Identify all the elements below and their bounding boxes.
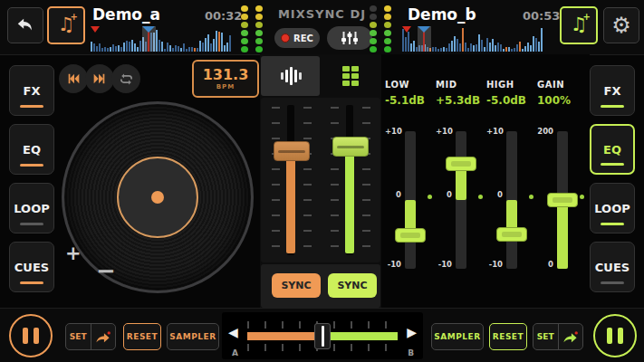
bpm-display[interactable]: 131.3 BPM (192, 60, 259, 98)
pitch-bend-minus-button[interactable]: − (96, 257, 116, 284)
eq-channel-value: 100% (537, 94, 588, 107)
scale-bottom: -10 (486, 260, 503, 269)
fader-ticks (331, 107, 339, 253)
sliders-icon (340, 31, 360, 45)
back-arrow-icon (15, 15, 35, 35)
deck-a-sync-button[interactable]: SYNC (272, 273, 321, 298)
deck-b-jump-cue-button[interactable] (559, 324, 583, 349)
skip-forward-button[interactable] (85, 64, 114, 93)
deck-a-reset-button[interactable]: RESET (123, 323, 161, 350)
deck-a-library-button[interactable]: ♫ + (47, 6, 85, 44)
crossfader-right-arrow[interactable]: ▶ (407, 325, 417, 339)
eq-mid-slider[interactable] (456, 131, 466, 269)
eq-channel-label: HIGH (486, 80, 537, 90)
deck-a-cues-button[interactable]: CUES (9, 242, 54, 292)
scale-bottom: -10 (436, 260, 452, 269)
fx-label: FX (24, 84, 41, 98)
deck-a-level-meter (241, 5, 263, 52)
slider-handle[interactable] (547, 193, 578, 207)
eq-channel-mid: MID +5.3dB +10 0 -10 (436, 54, 486, 308)
deck-b-sync-button[interactable]: SYNC (328, 273, 377, 298)
gain-slider[interactable] (557, 131, 568, 269)
fader-handle[interactable] (332, 137, 369, 157)
deck-a-jump-cue-button[interactable] (91, 324, 116, 349)
deck-a-eq-button[interactable]: EQ (9, 124, 54, 175)
eq-channel-value: +5.3dB (436, 94, 486, 107)
deck-b-play-pause-button[interactable] (593, 314, 637, 357)
deck-a-sampler-button[interactable]: SAMPLER (167, 323, 219, 350)
tab-sampler-pads[interactable] (321, 56, 380, 96)
deck-b-library-button[interactable]: ♫ + (560, 6, 598, 44)
mixer-view-button[interactable] (327, 26, 372, 50)
slider-handle[interactable] (496, 227, 527, 242)
deck-b-loop-button[interactable]: LOOP (590, 183, 635, 233)
fader-ticks (362, 107, 370, 253)
fx-label: FX (604, 84, 621, 98)
loop-label: LOOP (594, 202, 630, 215)
bottom-bar: SET RESET SAMPLER ◀ A ▶ B (0, 308, 644, 362)
back-button[interactable] (7, 7, 43, 43)
deck-a-play-pause-button[interactable] (9, 314, 53, 357)
cues-label: CUES (14, 261, 49, 274)
deck-b-fx-button[interactable]: FX (590, 65, 635, 116)
eq-high-slider[interactable] (506, 131, 517, 269)
deck-b-waveform[interactable] (402, 26, 549, 52)
fader-handle[interactable] (274, 141, 310, 161)
skip-back-button[interactable] (59, 64, 88, 93)
crossfader-left-arrow[interactable]: ◀ (228, 325, 238, 339)
eq-label: EQ (603, 143, 621, 157)
deck-b-playhead (418, 26, 431, 52)
deck-a-jog-wheel[interactable] (62, 101, 254, 293)
loop-toggle-button[interactable] (111, 64, 140, 93)
deck-b-eq-button[interactable]: EQ (590, 124, 635, 175)
pause-icon (618, 328, 623, 344)
deck-b-pitch-fader[interactable] (331, 105, 370, 255)
scale-mid: 0 (436, 190, 452, 199)
deck-a-set-cue-button[interactable]: SET (66, 324, 91, 349)
slider-handle[interactable] (446, 157, 476, 171)
deck-a-time: 00:32 (205, 9, 242, 23)
gear-icon: ⚙ (611, 14, 631, 36)
scale-mid: 0 (486, 190, 503, 199)
deck-a-loop-button[interactable]: LOOP (9, 183, 54, 233)
eq-channel-label: LOW (385, 80, 436, 90)
bpm-value: 131.3 (203, 67, 249, 83)
deck-a-pitch-fader[interactable] (272, 105, 312, 255)
zero-dot-icon (529, 195, 533, 199)
eq-channel-gain: GAIN 100% 200 0 (537, 54, 588, 308)
crossfader-a-fill (247, 332, 322, 340)
deck-b-set-group: SET (533, 323, 583, 350)
fader-ticks (303, 107, 312, 253)
deck-a-waveform[interactable] (91, 26, 235, 52)
pitch-bend-plus-button[interactable]: + (65, 243, 82, 264)
slider-handle[interactable] (395, 228, 426, 243)
fader-fill (286, 157, 295, 253)
settings-button[interactable]: ⚙ (603, 7, 639, 43)
eq-channel-high: HIGH -5.0dB +10 0 -10 (486, 54, 537, 308)
eq-channel-value: -5.0dB (486, 94, 537, 107)
eq-underline (601, 163, 624, 166)
pause-icon (34, 328, 39, 344)
eq-channel-value: -5.1dB (385, 94, 436, 107)
crossfader-b-fill (322, 332, 398, 340)
cues-underline (601, 281, 624, 284)
record-button[interactable]: REC (274, 28, 320, 48)
tab-mixer[interactable] (261, 56, 320, 96)
crossfader-handle[interactable] (314, 323, 331, 349)
deck-b-reset-button[interactable]: RESET (489, 323, 527, 350)
deck-b-set-cue-button[interactable]: SET (533, 324, 559, 349)
app-title: MIXSYNC DJ (261, 7, 383, 21)
loop-underline (601, 223, 624, 225)
note-plus-icon: + (71, 12, 78, 22)
deck-b-cues-button[interactable]: CUES (590, 242, 635, 292)
deck-b-sampler-button[interactable]: SAMPLER (431, 323, 484, 350)
pause-icon (23, 328, 28, 344)
slider-fill (557, 200, 568, 269)
deck-b-time: 00:53 (523, 9, 560, 23)
crossfader[interactable] (247, 312, 398, 359)
eq-low-slider[interactable] (405, 131, 416, 269)
repeat-icon (119, 71, 134, 87)
scale-bottom: 0 (537, 260, 553, 269)
deck-a-fx-button[interactable]: FX (9, 65, 54, 116)
scale-top: +10 (486, 127, 503, 136)
